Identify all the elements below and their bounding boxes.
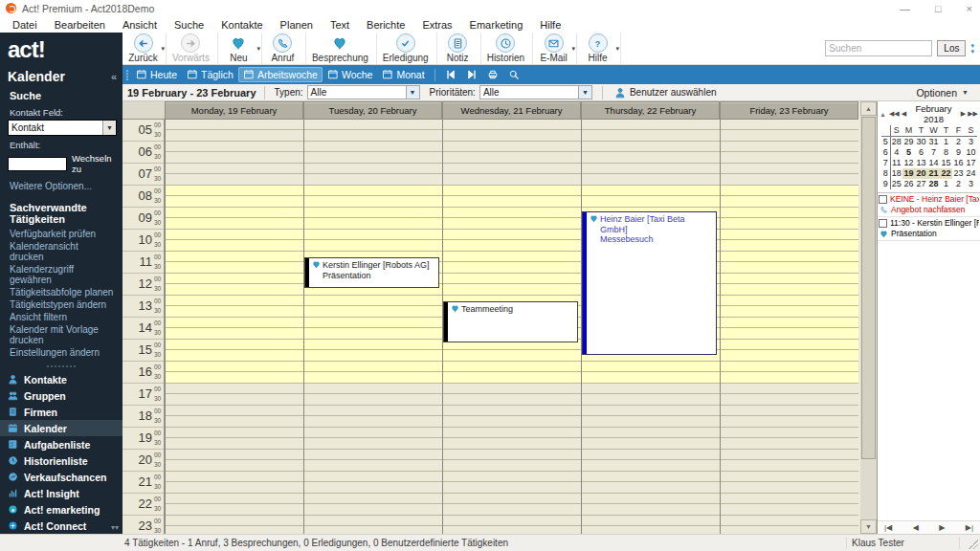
viewbar-drag-handle[interactable] [126,70,128,80]
neu-button[interactable]: Neu▾ [218,33,262,64]
view-woche-button[interactable]: Woche [323,67,378,82]
mini-calendar-day[interactable]: 3 [965,179,977,189]
dropdown-caret-icon[interactable]: ▾ [161,45,165,53]
link-ansicht-filtern[interactable]: Ansicht filtern [0,311,122,323]
more-options-link[interactable]: Weitere Optionen... [0,174,122,192]
chevron-down-icon[interactable]: ▼ [578,86,591,99]
mini-calendar-day[interactable]: 29 [902,137,915,148]
first-page-icon[interactable]: |◀ [884,523,892,532]
mini-calendar-day[interactable]: 2 [952,137,965,148]
sidebar-overflow-icon[interactable]: ▾▾ [111,523,119,532]
search-go-button[interactable]: Los [937,40,966,56]
mini-calendar-day[interactable]: 21 [927,168,940,179]
chevron-down-icon[interactable]: ▼ [406,86,419,99]
mini-calendar-day[interactable]: 28 [890,137,902,148]
mini-calendar-day[interactable]: 11 [890,158,902,168]
close-button[interactable]: × [967,1,972,16]
appointment-kerstin[interactable]: Kerstin Ellinger [Robots AG]Präsentation [304,257,439,288]
menu-berichte[interactable]: Berichte [358,17,413,33]
mini-calendar-day[interactable]: 25 [890,179,902,189]
clear-activity-checkbox[interactable] [879,219,887,228]
menu-kontakte[interactable]: Kontakte [212,17,271,33]
maximize-button[interactable]: □ [935,1,942,16]
menu-planen[interactable]: Planen [272,17,322,33]
resize-grip[interactable] [969,540,978,549]
sidebar-drag-handle[interactable] [0,363,122,370]
mini-calendar-day[interactable]: 23 [952,168,965,179]
collapse-sidebar-icon[interactable]: « [111,71,117,82]
contact-field-select[interactable]: Kontakt ▼ [8,120,117,136]
mini-calendar-day[interactable]: 22 [940,168,952,179]
sidebar-item-act-connect[interactable]: Act! Connect [0,518,122,534]
appointment-heinz[interactable]: Heinz Baier [Taxi Beta GmbH]Messebesuch [582,211,717,355]
minimize-button[interactable]: — [900,1,910,16]
mini-calendar-day[interactable]: 18 [890,168,902,179]
menu-suche[interactable]: Suche [166,17,212,33]
prev-year-icon[interactable]: ◀◀ [889,109,900,119]
mini-calendar-day[interactable]: 26 [902,179,915,189]
link-tätigkeitsabfolge-planen[interactable]: Tätigkeitsabfolge planen [0,286,122,298]
sidebar-item-kontakte[interactable]: Kontakte [0,371,122,387]
view-täglich-button[interactable]: Täglich [182,67,238,82]
skip-previous-icon[interactable] [440,69,461,80]
mini-calendar-day[interactable]: 19 [902,168,915,179]
prev-month-icon[interactable]: ◀ [902,109,906,119]
zur-ck-button[interactable]: Zurück▾ [122,33,167,64]
day-column[interactable] [720,120,858,534]
mini-calendar-day[interactable]: 14 [927,158,940,168]
collapse-panel-icon[interactable]: ▲ [880,111,886,118]
last-page-icon[interactable]: ▶| [966,523,973,532]
types-select[interactable]: Alle ▼ [307,85,420,99]
menu-extras[interactable]: Extras [413,17,460,33]
mini-calendar-day[interactable]: 9 [952,147,965,158]
options-button[interactable]: Optionen ▼ [916,87,980,99]
mini-calendar-day[interactable]: 3 [965,137,977,148]
toolbar-overflow-icon[interactable]: ▾▾ [970,43,974,55]
mini-calendar-day[interactable]: 31 [927,137,940,148]
sidebar-item-act-insight[interactable]: Act! Insight [0,485,122,501]
link-kalenderzugriff-gewähren[interactable]: Kalenderzugriff gewähren [0,263,122,286]
scrollbar-thumb[interactable] [861,117,876,459]
agenda-item[interactable]: 11:30 - Kerstin Ellinger [Robo...Präsent… [878,217,980,241]
print-icon[interactable] [482,69,503,80]
magnifier-icon[interactable] [503,69,524,80]
sidebar-item-act-emarketing[interactable]: eAct! emarketing [0,501,122,518]
appointment-teammeeting[interactable]: Teammeeting [443,301,578,342]
menu-bearbeiten[interactable]: Bearbeiten [46,17,114,33]
mini-calendar-day[interactable]: 17 [965,158,977,168]
calendar-scrollbar[interactable]: ▲ ▼ [860,101,877,534]
hilfe-button[interactable]: ?Hilfe▾ [577,33,621,64]
link-tätigkeitstypen-ändern[interactable]: Tätigkeitstypen ändern [0,298,122,311]
sidebar-item-aufgabenliste[interactable]: Aufgabenliste [0,436,122,452]
link-verfügbarkeit-prüfen[interactable]: Verfügbarkeit prüfen [0,228,122,240]
next-page-icon[interactable]: ▶ [939,523,945,532]
next-year-icon[interactable]: ▶▶ [968,109,978,119]
mini-calendar-day[interactable]: 10 [965,147,977,158]
view-arbeitswoche-button[interactable]: Arbeitswoche [238,67,323,82]
anruf-button[interactable]: Anruf [262,33,306,64]
dropdown-caret-icon[interactable]: ▾ [256,45,260,53]
sidebar-item-verkaufschancen[interactable]: Verkaufschancen [0,469,122,485]
sidebar-item-historienliste[interactable]: Historienliste [0,452,122,469]
e-mail-button[interactable]: E-Mail▾ [533,33,577,64]
link-einstellungen-ändern[interactable]: Einstellungen ändern [0,346,122,359]
dropdown-caret-icon[interactable]: ▾ [616,45,620,53]
menu-hilfe[interactable]: Hilfe [531,17,569,33]
next-month-icon[interactable]: ▶ [961,109,966,119]
mini-calendar-day[interactable]: 16 [952,158,965,168]
prev-page-icon[interactable]: ◀ [913,523,919,532]
chevron-down-icon[interactable]: ▼ [102,121,116,135]
mini-calendar-day[interactable]: 7 [927,147,940,158]
mini-calendar-day[interactable]: 15 [940,158,952,168]
search-input[interactable] [825,40,932,56]
menu-text[interactable]: Text [322,17,358,33]
priorities-select[interactable]: Alle ▼ [479,85,592,99]
day-column[interactable] [303,120,442,534]
mini-calendar-day[interactable]: 5 [902,147,915,158]
skip-next-icon[interactable] [461,69,482,80]
besprechung-button[interactable]: Besprechung [306,33,377,64]
contains-input[interactable] [8,157,67,171]
mini-calendar-day[interactable]: 2 [952,179,965,189]
mini-calendar-day[interactable]: 1 [940,179,952,189]
scroll-down-icon[interactable]: ▼ [860,519,877,534]
